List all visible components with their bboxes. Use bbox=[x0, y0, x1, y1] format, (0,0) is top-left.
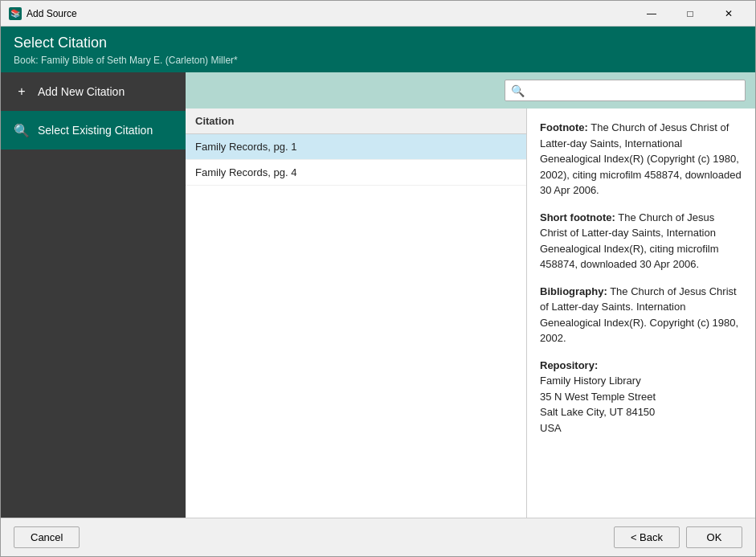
repository-line-2: Salt Lake City, UT 84150 bbox=[540, 406, 655, 418]
search-input-icon: 🔍 bbox=[511, 84, 525, 97]
search-bar: 🔍 bbox=[186, 72, 755, 109]
table-area: Citation Family Records, pg. 1 Family Re… bbox=[186, 109, 755, 518]
short-footnote-label: Short footnote: bbox=[540, 211, 615, 223]
dialog-subtitle: Book: Family Bible of Seth Mary E. (Carl… bbox=[14, 55, 742, 66]
main-window: 📚 Add Source — □ ✕ Select Citation Book:… bbox=[0, 0, 756, 557]
sidebar-item-add-new-citation[interactable]: + Add New Citation bbox=[1, 72, 186, 111]
search-icon: 🔍 bbox=[14, 122, 30, 138]
app-icon: 📚 bbox=[9, 7, 22, 20]
footnote-section: Footnote: The Church of Jesus Christ of … bbox=[540, 120, 742, 199]
ok-button[interactable]: OK bbox=[686, 526, 742, 548]
search-wrapper: 🔍 bbox=[505, 80, 746, 101]
repository-line-3: USA bbox=[540, 422, 562, 434]
add-new-citation-label: Add New Citation bbox=[38, 85, 125, 98]
citation-list-header: Citation bbox=[186, 109, 526, 134]
sidebar: + Add New Citation 🔍 Select Existing Cit… bbox=[1, 72, 186, 518]
dialog-title: Select Citation bbox=[14, 35, 742, 51]
minimize-button[interactable]: — bbox=[633, 2, 670, 26]
title-bar: 📚 Add Source — □ ✕ bbox=[1, 1, 755, 27]
footer: Cancel < Back OK bbox=[1, 518, 755, 556]
maximize-button[interactable]: □ bbox=[672, 2, 709, 26]
close-button[interactable]: ✕ bbox=[710, 2, 747, 26]
main-area: 🔍 Citation Family Records, pg. 1 Family … bbox=[186, 72, 755, 518]
citation-row-0[interactable]: Family Records, pg. 1 bbox=[186, 134, 526, 160]
window-title: Add Source bbox=[27, 8, 633, 19]
window-controls: — □ ✕ bbox=[633, 2, 747, 26]
detail-panel: Footnote: The Church of Jesus Christ of … bbox=[527, 109, 755, 518]
bibliography-section: Bibliography: The Church of Jesus Christ… bbox=[540, 284, 742, 346]
footnote-label: Footnote: bbox=[540, 121, 588, 133]
search-input[interactable] bbox=[505, 80, 746, 101]
citation-row-1-label: Family Records, pg. 4 bbox=[195, 166, 296, 178]
dialog-header: Select Citation Book: Family Bible of Se… bbox=[1, 27, 755, 72]
citation-row-1[interactable]: Family Records, pg. 4 bbox=[186, 160, 526, 186]
plus-icon: + bbox=[14, 84, 30, 100]
bibliography-label: Bibliography: bbox=[540, 285, 607, 297]
content-area: + Add New Citation 🔍 Select Existing Cit… bbox=[1, 72, 755, 518]
cancel-button[interactable]: Cancel bbox=[14, 526, 80, 548]
citation-list: Citation Family Records, pg. 1 Family Re… bbox=[186, 109, 527, 518]
citation-row-0-label: Family Records, pg. 1 bbox=[195, 141, 296, 153]
citation-list-body: Family Records, pg. 1 Family Records, pg… bbox=[186, 134, 526, 518]
footer-right: < Back OK bbox=[614, 526, 742, 548]
repository-line-1: 35 N West Temple Street bbox=[540, 391, 656, 403]
short-footnote-section: Short footnote: The Church of Jesus Chri… bbox=[540, 210, 742, 272]
repository-section: Repository: Family History Library 35 N … bbox=[540, 358, 742, 436]
back-button[interactable]: < Back bbox=[614, 526, 680, 548]
footer-left: Cancel bbox=[14, 526, 80, 548]
select-existing-citation-label: Select Existing Citation bbox=[38, 124, 153, 137]
sidebar-item-select-existing-citation[interactable]: 🔍 Select Existing Citation bbox=[1, 111, 186, 149]
repository-line-0: Family History Library bbox=[540, 375, 641, 387]
repository-label: Repository: bbox=[540, 359, 598, 371]
